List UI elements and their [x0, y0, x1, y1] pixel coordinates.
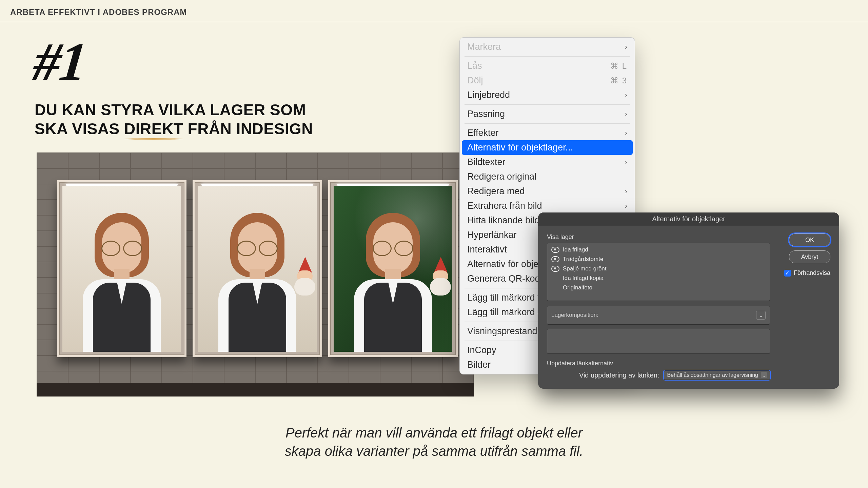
menu-item[interactable]: Linjebredd› [462, 88, 633, 102]
chevron-right-icon: › [625, 202, 627, 210]
layer-name: Originalfoto [563, 284, 592, 291]
page-topbar: ARBETA EFFEKTIVT I ADOBES PROGRAM [0, 0, 868, 22]
menu-item: Lås⌘ L [462, 59, 633, 73]
menu-item-shortcut: ⌘ L [610, 61, 627, 71]
menu-separator [465, 123, 630, 124]
illustration-gallery [37, 152, 474, 396]
menu-item-label: Bilder [467, 360, 491, 370]
layer-comp-comment-box [547, 329, 770, 354]
chevron-down-icon: ⌄ [761, 372, 767, 378]
tip-number: #1 [31, 30, 88, 93]
eye-visible-icon[interactable] [551, 247, 559, 253]
eye-visible-icon[interactable] [551, 256, 559, 262]
layer-list[interactable]: Ida frilagdTrädgårdstomteSpaljé med grön… [547, 243, 770, 301]
on-link-update-select[interactable]: Behåll åsidosättningar av lagervisning ⌄ [664, 370, 770, 380]
menu-item-label: Interaktivt [467, 244, 507, 255]
chevron-right-icon: › [625, 110, 627, 119]
checkbox-checked-icon: ✓ [784, 270, 791, 277]
menu-separator [465, 104, 630, 105]
menu-item-label: Passning [467, 109, 505, 119]
menu-item-shortcut: ⌘ 3 [610, 76, 627, 85]
menu-item-label: Linjebredd [467, 90, 510, 100]
chevron-right-icon: › [625, 187, 627, 196]
menu-item-label: Generera QR-kod... [467, 273, 548, 284]
headline: DU KAN STYRA VILKA LAGER SOM SKA VISAS D… [35, 100, 326, 138]
portrait-3 [334, 186, 452, 352]
object-layer-options-dialog: Alternativ för objektlager Visa lager Id… [538, 212, 839, 389]
cancel-button[interactable]: Avbryt [789, 250, 830, 263]
menu-item-label: Bildtexter [467, 157, 506, 167]
layer-row[interactable]: Originalfoto [547, 283, 770, 292]
menu-item-label: Redigera original [467, 171, 536, 182]
on-link-update-value: Behåll åsidosättningar av lagervisning [667, 372, 758, 378]
chevron-right-icon: › [625, 158, 627, 167]
menu-item[interactable]: Bildtexter› [462, 155, 633, 169]
headline-part-2: FRÅN INDESIGN [188, 120, 313, 138]
preview-checkbox[interactable]: ✓ Förhandsvisa [784, 269, 830, 277]
menu-item: Dölj⌘ 3 [462, 73, 633, 88]
portrait-2 [198, 186, 317, 352]
menu-item[interactable]: Alternativ för objektlager... [462, 140, 633, 155]
frame-2 [193, 180, 322, 357]
show-layers-label: Visa lager [547, 233, 770, 241]
on-link-update-label: Vid uppdatering av länken: [579, 371, 659, 379]
menu-item-label: Effekter [467, 128, 499, 138]
person-figure [71, 203, 173, 352]
menu-item-label: Hitta liknande bilder [467, 215, 548, 226]
caption: Perfekt när man vill använda ett frilagt… [281, 424, 587, 460]
menu-item-label: InCopy [467, 345, 496, 355]
update-link-options-label: Uppdatera länkalternativ [547, 360, 770, 367]
layer-row[interactable]: Ida frilagd kopia [547, 273, 770, 283]
eye-visible-icon[interactable] [551, 266, 559, 272]
caption-line-2: skapa olika varianter på samma utifrån s… [281, 442, 587, 460]
menu-item-label: Visningsprestanda [467, 326, 542, 337]
floor-strip [37, 383, 474, 396]
menu-item[interactable]: Redigera original [462, 169, 633, 184]
menu-item[interactable]: Extrahera från bild› [462, 199, 633, 213]
menu-item-label: Alternativ för objektlager... [467, 142, 573, 153]
layer-row[interactable]: Spaljé med grönt [547, 264, 770, 273]
ok-button[interactable]: OK [789, 233, 830, 246]
layer-name: Ida frilagd kopia [563, 275, 604, 282]
layer-name: Ida frilagd [563, 246, 588, 253]
frame-3 [328, 180, 458, 357]
menu-item-label: Dölj [467, 75, 483, 86]
layer-name: Trädgårdstomte [563, 256, 603, 263]
preview-label: Förhandsvisa [794, 269, 830, 277]
menu-item[interactable]: Redigera med› [462, 184, 633, 199]
chevron-down-icon[interactable]: ⌄ [756, 311, 766, 320]
dialog-title: Alternativ för objektlager [538, 212, 839, 226]
menu-item: Markera› [462, 40, 633, 54]
eye-hidden-icon[interactable] [551, 275, 559, 281]
chevron-right-icon: › [625, 91, 627, 100]
menu-separator [465, 56, 630, 57]
menu-item[interactable]: Passning› [462, 107, 633, 121]
layer-name: Spaljé med grönt [563, 265, 607, 272]
frame-1 [57, 180, 186, 357]
menu-item-label: Redigera med [467, 186, 525, 197]
menu-item-label: Markera [467, 42, 501, 52]
garden-gnome-icon [427, 257, 452, 301]
layer-comp-label: Lagerkomposition: [551, 312, 598, 319]
layer-row[interactable]: Trädgårdstomte [547, 255, 770, 264]
menu-item-label: Hyperlänkar [467, 230, 517, 240]
menu-item-label: Extrahera från bild [467, 201, 542, 211]
headline-underlined: DIREKT [124, 119, 183, 138]
chevron-right-icon: › [625, 43, 627, 52]
layer-row[interactable]: Ida frilagd [547, 245, 770, 255]
menu-item[interactable]: Effekter› [462, 126, 633, 140]
layer-comp-row[interactable]: Lagerkomposition: ⌄ [547, 306, 770, 325]
menu-item-label: Lås [467, 61, 482, 71]
portrait-1 [62, 186, 181, 352]
chevron-right-icon: › [625, 129, 627, 138]
eye-hidden-icon[interactable] [551, 285, 559, 291]
caption-line-1: Perfekt när man vill använda ett frilagt… [281, 424, 587, 442]
garden-gnome-icon [291, 257, 317, 301]
